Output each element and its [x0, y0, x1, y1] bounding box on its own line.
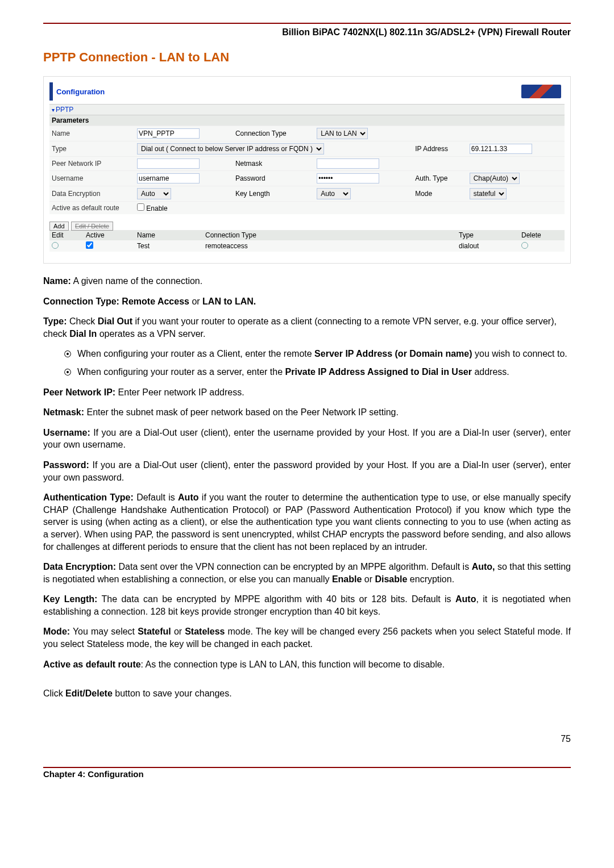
configuration-label: Configuration [56, 87, 105, 96]
active-default-checkbox[interactable] [137, 203, 144, 211]
username-input[interactable] [137, 173, 200, 183]
config-panel: Configuration PPTP Parameters Name Conne… [43, 76, 571, 264]
description-body: Name: A given name of the connection. Co… [43, 275, 571, 700]
row-type: dialout [457, 240, 519, 252]
netmask-label: Netmask [233, 157, 314, 171]
name-label: Name [49, 126, 135, 141]
row-name: Test [135, 240, 203, 252]
ip-address-input[interactable] [470, 144, 532, 154]
name-input[interactable] [137, 128, 200, 139]
peer-network-ip-input[interactable] [137, 158, 200, 169]
edit-delete-tab[interactable]: Edit / Delete [71, 222, 113, 231]
chapter-label: Chapter 4: Configuration [43, 769, 144, 779]
product-title: Billion BiPAC 7402NX(L) 802.11n 3G/ADSL2… [43, 27, 571, 37]
peer-network-ip-label: Peer Network IP [49, 157, 135, 171]
enable-label: Enable [146, 205, 167, 212]
netmask-input[interactable] [317, 158, 379, 169]
type-select[interactable]: Dial out ( Connect to below Server IP ad… [137, 143, 324, 155]
data-encryption-select[interactable]: Auto [137, 188, 171, 199]
col-active: Active [84, 230, 135, 240]
col-edit: Edit [49, 230, 84, 240]
delete-radio[interactable] [521, 242, 528, 249]
row-connection-type: remoteaccess [203, 240, 457, 252]
col-delete: Delete [519, 230, 565, 240]
connection-type-label: Connection Type [233, 126, 314, 141]
auth-type-label: Auth. Type [413, 171, 467, 186]
col-type: Type [457, 230, 519, 240]
key-length-select[interactable]: Auto [317, 188, 351, 199]
col-name: Name [135, 230, 203, 240]
edit-radio[interactable] [52, 242, 59, 249]
data-encryption-label: Data Encryption [49, 186, 135, 202]
active-checkbox[interactable] [86, 241, 93, 249]
username-label: Username [49, 171, 135, 186]
password-label: Password [233, 171, 314, 186]
active-default-label: Active as default route [49, 202, 135, 215]
mode-select[interactable]: stateful [470, 188, 507, 199]
table-row: Test remoteaccess dialout [49, 240, 565, 252]
key-length-label: Key Length [233, 186, 314, 202]
brand-logo [521, 85, 561, 98]
section-title: PPTP Connection - LAN to LAN [43, 50, 571, 65]
type-label: Type [49, 141, 135, 157]
pptp-dropdown[interactable]: PPTP [49, 104, 565, 115]
mode-label: Mode [413, 186, 467, 202]
ip-address-label: IP Address [413, 141, 467, 157]
add-tab[interactable]: Add [49, 222, 69, 231]
connection-type-select[interactable]: LAN to LAN [317, 128, 368, 139]
auth-type-select[interactable]: Chap(Auto) [470, 173, 520, 184]
page-number: 75 [43, 734, 571, 744]
password-input[interactable] [317, 173, 379, 183]
col-connection-type: Connection Type [203, 230, 457, 240]
parameters-header: Parameters [49, 115, 565, 126]
